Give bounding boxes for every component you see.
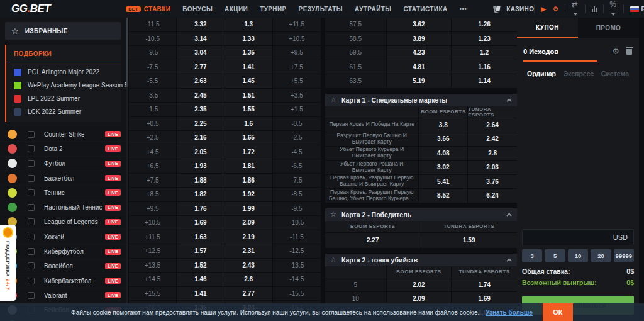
bet-mode-option[interactable]: Экспресс xyxy=(564,70,594,77)
odds-cell[interactable]: 1.16 xyxy=(452,60,517,75)
sidebar-item-sport[interactable]: ВолейболLIVE xyxy=(0,259,126,274)
odds-cell[interactable]: 2.42 xyxy=(468,132,517,147)
gear-icon[interactable]: ⚙ xyxy=(552,5,558,13)
odds-cell[interactable]: 1.14 xyxy=(452,74,517,89)
swap-arrows-icon[interactable]: ⇄ xyxy=(572,0,579,18)
section-header[interactable]: ☆ Карта 1 - Специальные маркеты xyxy=(325,94,517,106)
odds-cell[interactable]: 1.81 xyxy=(225,159,273,174)
odds-cell[interactable]: 2.27 xyxy=(325,233,421,249)
odds-cell[interactable]: 1.3 xyxy=(225,18,273,32)
sidebar-item-sport[interactable]: БаскетболLIVE xyxy=(0,171,126,186)
odds-cell[interactable]: 2.19 xyxy=(225,230,273,245)
odds-cell[interactable]: 3.89 xyxy=(387,32,452,47)
odds-cell[interactable]: 1.55 xyxy=(225,103,273,117)
collection-item[interactable]: LCK 2022 Summer xyxy=(6,105,121,118)
nav-item-5[interactable]: АУТРАЙТЫ xyxy=(355,6,391,13)
odds-cell[interactable]: 4.08 xyxy=(419,147,468,161)
bet-mode-option[interactable]: Система xyxy=(601,70,629,77)
odds-cell[interactable]: 1.45 xyxy=(225,74,273,89)
odds-cell[interactable]: 1.88 xyxy=(177,174,225,188)
odds-cell[interactable]: 4.23 xyxy=(387,46,452,60)
odds-cell[interactable]: 2.64 xyxy=(468,118,517,133)
nav-item-6[interactable]: СТАТИСТИКА xyxy=(403,6,447,13)
odds-cell[interactable]: 2.31 xyxy=(225,244,273,259)
odds-cell[interactable]: 1.92 xyxy=(225,188,273,202)
odds-cell[interactable]: 2.43 xyxy=(225,259,273,273)
odds-cell[interactable]: 2.09 xyxy=(225,216,273,230)
odds-cell[interactable]: 1.35 xyxy=(225,46,273,60)
star-icon[interactable]: ☆ xyxy=(330,210,336,218)
quick-stake-button[interactable]: 3 xyxy=(522,249,542,262)
odds-cell[interactable]: 3.66 xyxy=(419,132,468,147)
sport-checkbox[interactable] xyxy=(28,262,35,269)
nav-item-4[interactable]: РЕЗУЛЬТАТЫ xyxy=(299,6,343,13)
odds-cell[interactable]: 3.04 xyxy=(177,46,225,60)
odds-cell[interactable]: 2.02 xyxy=(387,278,452,292)
quick-stake-button[interactable]: 10 xyxy=(568,249,588,262)
cookie-ok-button[interactable]: ОК xyxy=(543,303,573,321)
support-tab[interactable]: ПОДДЕРЖКА 24/7 xyxy=(0,225,16,301)
sidebar-item-sport[interactable]: ХоккейLIVE xyxy=(0,230,126,244)
odds-cell[interactable]: 3.62 xyxy=(387,18,452,32)
odds-cell[interactable]: 1.76 xyxy=(177,202,225,217)
odds-cell[interactable]: 1.69 xyxy=(177,216,225,230)
language-selector[interactable]: RU xyxy=(630,6,644,13)
odds-cell[interactable]: 1.23 xyxy=(452,32,517,47)
favorites-button[interactable]: ☆ ИЗБРАННЫЕ xyxy=(5,22,121,40)
odds-cell[interactable]: 2.6 xyxy=(225,273,273,287)
sport-checkbox[interactable] xyxy=(28,175,35,182)
sport-checkbox[interactable] xyxy=(28,278,35,284)
odds-cell[interactable]: 1.6 xyxy=(225,117,273,132)
sport-checkbox[interactable] xyxy=(28,234,35,240)
nav-item-7[interactable]: ••• xyxy=(460,6,467,13)
odds-cell[interactable]: 1.57 xyxy=(177,244,225,259)
odds-cell[interactable]: 1.82 xyxy=(177,188,225,202)
odds-cell[interactable]: 1.33 xyxy=(225,32,273,47)
collection-item[interactable]: PGL Arlington Major 2022 xyxy=(6,65,121,79)
tab-promo[interactable]: ПРОМО xyxy=(578,18,639,38)
sidebar-item-sport[interactable]: Dota 2LIVE xyxy=(0,142,126,156)
quick-stake-button[interactable]: 5 xyxy=(545,249,565,262)
odds-cell[interactable]: 2.77 xyxy=(225,287,273,301)
sport-checkbox[interactable] xyxy=(28,160,35,167)
odds-cell[interactable]: 1.41 xyxy=(177,287,225,301)
odds-cell[interactable]: 1.52 xyxy=(177,259,225,273)
odds-cell[interactable]: 1.26 xyxy=(452,18,517,32)
quick-stake-button[interactable]: 20 xyxy=(591,249,611,262)
odds-cell[interactable]: 2.03 xyxy=(468,160,517,175)
sport-checkbox[interactable] xyxy=(28,189,35,196)
cookie-learn-more-link[interactable]: Узнать больше xyxy=(486,309,533,316)
odds-cell[interactable]: 1.41 xyxy=(225,60,273,75)
nav-item-1[interactable]: БОНУСЫ xyxy=(182,6,213,13)
nav-item-casino[interactable]: КАЗИНО xyxy=(493,5,534,13)
odds-cell[interactable]: 3.8 xyxy=(419,118,468,133)
odds-cell[interactable]: 1.51 xyxy=(225,89,273,103)
odds-cell[interactable]: 3.02 xyxy=(419,160,468,175)
odds-scrollbar[interactable] xyxy=(126,18,128,321)
star-icon[interactable]: ☆ xyxy=(330,256,336,264)
stats-bars-icon[interactable] xyxy=(592,6,597,12)
stake-input[interactable]: USD xyxy=(522,229,634,245)
odds-cell[interactable]: 1.59 xyxy=(421,233,518,249)
sidebar-item-sport[interactable]: КибербаскетболLIVE xyxy=(0,274,126,288)
sidebar-item-sport[interactable]: Настольный ТеннисLIVE xyxy=(0,200,126,215)
sport-checkbox[interactable] xyxy=(28,204,35,211)
odds-cell[interactable]: 6.24 xyxy=(468,189,517,203)
odds-cell[interactable]: 1.86 xyxy=(225,174,273,188)
collection-item[interactable]: WePlay Academy League Season 5 xyxy=(6,79,121,92)
odds-cell[interactable]: 2.35 xyxy=(177,103,225,117)
section-header[interactable]: ☆ Карта 2 - Победитель xyxy=(325,208,517,221)
odds-cell[interactable]: 8.52 xyxy=(419,189,468,203)
odds-cell[interactable]: 2.05 xyxy=(177,145,225,160)
odds-cell[interactable]: 1.65 xyxy=(225,131,273,145)
odds-cell[interactable]: 2.63 xyxy=(177,74,225,89)
tab-coupon[interactable]: КУПОН xyxy=(517,18,578,38)
sidebar-item-sport[interactable]: ФутболLIVE xyxy=(0,157,126,171)
sport-checkbox[interactable] xyxy=(28,131,35,138)
star-icon[interactable]: ☆ xyxy=(330,96,336,104)
sport-checkbox[interactable] xyxy=(28,145,35,152)
odds-cell[interactable]: 3.32 xyxy=(177,18,225,32)
odds-cell[interactable]: 2.45 xyxy=(177,89,225,103)
scrollbar-thumb[interactable] xyxy=(126,18,128,87)
sidebar-item-sport[interactable]: КиберфутболLIVE xyxy=(0,244,126,259)
